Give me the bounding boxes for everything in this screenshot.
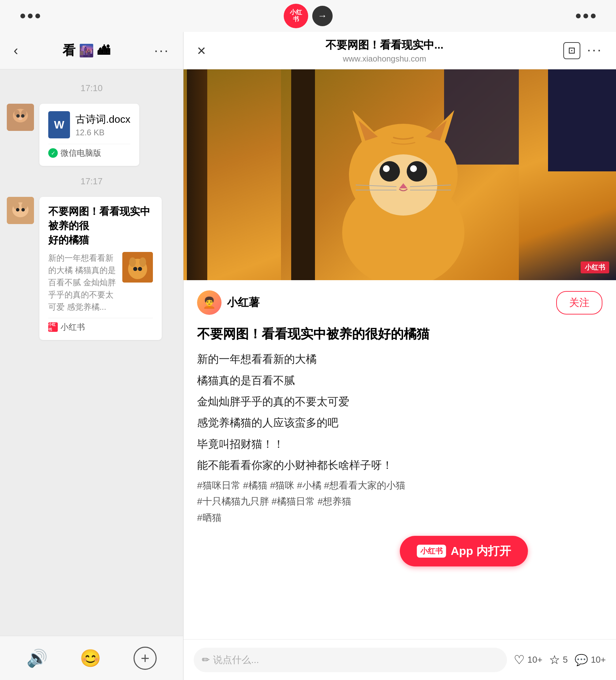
comment-placeholder: 说点什么...	[213, 653, 259, 666]
status-bar: 小红书 →	[0, 0, 616, 32]
chat-title-emoji2: 🏙	[98, 44, 110, 58]
link-desc: 新的一年想看看新的大橘 橘猫真的是百看不腻 金灿灿胖乎乎的真的不要太可爱 感觉养…	[48, 252, 118, 313]
article-title: 不要网图！看看现实中被养的很好的橘猫	[197, 325, 602, 343]
follow-button[interactable]: 关注	[556, 291, 602, 314]
dark-background	[548, 69, 616, 171]
timestamp-1710: 17:10	[7, 83, 176, 94]
file-info: W 古诗词.docx 12.6 KB	[48, 111, 130, 138]
svg-point-4	[16, 114, 20, 118]
timestamp-1717: 17:17	[7, 176, 176, 187]
edit-icon: ✏	[202, 654, 210, 665]
star-count: 5	[563, 654, 567, 665]
xhs-icon-label: 小红书	[290, 9, 302, 23]
signal-indicators	[20, 14, 40, 18]
cat-svg	[281, 69, 519, 280]
article-more-button[interactable]: ···	[587, 42, 602, 59]
article-content: 小红书 🧑‍🦱 小红薯 关注 不要网图！看看现实中被养的很好的橘猫	[183, 69, 616, 639]
author-avatar-emoji: 🧑‍🦱	[203, 296, 216, 309]
svg-point-16	[139, 257, 146, 267]
svg-point-32	[410, 165, 417, 172]
star-action[interactable]: ☆ 5	[549, 653, 567, 667]
file-source: ✓ 微信电脑版	[48, 148, 130, 158]
emoji-button[interactable]: 😊	[80, 648, 101, 668]
chat-title-emoji1: 🌆	[79, 44, 94, 58]
chat-more-button[interactable]: ···	[154, 43, 170, 58]
xiaohongshu-app-icon[interactable]: 小红书	[284, 4, 308, 28]
tags-line-2: #十只橘猫九只胖 #橘猫日常 #想养猫	[197, 493, 602, 510]
article-header-title: 不要网图！看看现实中...	[325, 38, 443, 53]
link-bubble[interactable]: 不要网图！看看现实中被养的很好的橘猫 新的一年想看看新的大橘 橘猫真的是百看不腻…	[39, 197, 162, 340]
sender-avatar-2	[7, 197, 34, 224]
article-bottom-bar: ✏ 说点什么... ♡ 10+ ☆ 5 💬 10+	[183, 639, 616, 680]
wechat-icon: ✓	[48, 148, 58, 158]
svg-rect-20	[291, 69, 315, 280]
comment-icon: 💬	[575, 653, 588, 666]
svg-point-17	[133, 267, 137, 271]
file-bubble[interactable]: W 古诗词.docx 12.6 KB ✓ 微信电脑版	[39, 104, 139, 166]
chat-messages: 17:10 W	[0, 69, 183, 636]
article-para-5: 毕竟叫招财猫！！	[197, 435, 602, 453]
article-cat-photo: 小红书	[183, 69, 616, 280]
file-text: 古诗词.docx 12.6 KB	[75, 113, 130, 137]
share-view-icon[interactable]: ⊡	[563, 42, 580, 59]
voice-button[interactable]: 🔊	[27, 648, 48, 668]
svg-point-31	[383, 165, 390, 172]
sender-avatar-1	[7, 104, 34, 131]
article-header-actions: ⊡ ···	[563, 42, 602, 59]
door-frame	[187, 69, 207, 280]
author-row: 🧑‍🦱 小红薯 关注	[197, 290, 602, 315]
svg-point-30	[407, 161, 427, 182]
chat-input-bar: 🔊 😊 +	[0, 636, 183, 680]
link-source-label: 小红书	[60, 322, 85, 333]
login-arrow: →	[318, 11, 327, 21]
article-para-4: 感觉养橘猫的人应该蛮多的吧	[197, 413, 602, 432]
article-para-2: 橘猫真的是百看不腻	[197, 371, 602, 390]
file-divider	[48, 144, 130, 144]
svg-point-18	[138, 267, 142, 271]
comment-count: 10+	[591, 654, 606, 665]
link-thumbnail	[122, 252, 153, 283]
svg-point-29	[380, 161, 400, 182]
article-para-1: 新的一年想看看新的大橘	[197, 350, 602, 368]
svg-point-15	[129, 257, 136, 267]
article-header-url: www.xiaohongshu.com	[325, 54, 443, 64]
heart-icon: ♡	[514, 653, 525, 667]
svg-point-12	[21, 208, 25, 211]
login-icon[interactable]: →	[312, 6, 333, 26]
main-panels: ‹ 看 🌆 🏙 ··· 17:10	[0, 32, 616, 680]
battery-dot-2	[583, 14, 588, 18]
tags-line-1: #猫咪日常 #橘猫 #猫咪 #小橘 #想看看大家的小猫	[197, 477, 602, 494]
article-para-6: 能不能看看你家的小财神都长啥样子呀！	[197, 456, 602, 474]
open-in-app-button[interactable]: 小红书 App 内打开	[400, 536, 528, 566]
file-message-row: W 古诗词.docx 12.6 KB ✓ 微信电脑版	[7, 104, 176, 166]
article-para-3: 金灿灿胖乎乎的真的不要太可爱	[197, 392, 602, 411]
author-name: 小红薯	[227, 295, 260, 310]
signal-dot-2	[28, 14, 33, 18]
article-header-info: 不要网图！看看现实中... www.xiaohongshu.com	[325, 38, 443, 64]
like-count: 10+	[527, 654, 542, 665]
link-divider	[48, 318, 153, 318]
chat-title: 看 🌆 🏙	[63, 42, 110, 59]
xhs-small-icon: 小红书	[48, 322, 58, 332]
signal-dot-3	[35, 14, 40, 18]
wechat-chat-panel: ‹ 看 🌆 🏙 ··· 17:10	[0, 32, 183, 680]
close-button[interactable]: ×	[197, 42, 206, 59]
author-info: 🧑‍🦱 小红薯	[197, 290, 260, 315]
article-tags: #猫咪日常 #橘猫 #猫咪 #小橘 #想看看大家的小猫 #十只橘猫九只胖 #橘猫…	[197, 477, 602, 526]
comment-action[interactable]: 💬 10+	[575, 653, 606, 666]
file-size: 12.6 KB	[75, 128, 130, 137]
link-body: 新的一年想看看新的大橘 橘猫真的是百看不腻 金灿灿胖乎乎的真的不要太可爱 感觉养…	[48, 252, 153, 313]
author-avatar[interactable]: 🧑‍🦱	[197, 290, 222, 315]
battery-dot-1	[576, 14, 581, 18]
file-name: 古诗词.docx	[75, 113, 130, 126]
like-action[interactable]: ♡ 10+	[514, 653, 542, 667]
article-text: 新的一年想看看新的大橘 橘猫真的是百看不腻 金灿灿胖乎乎的真的不要太可爱 感觉养…	[197, 350, 602, 474]
link-message-row: 不要网图！看看现实中被养的很好的橘猫 新的一年想看看新的大橘 橘猫真的是百看不腻…	[7, 197, 176, 340]
back-button[interactable]: ‹	[14, 43, 18, 58]
svg-rect-21	[444, 69, 519, 165]
xhs-watermark: 小红书	[581, 261, 609, 273]
open-app-xhs-label: 小红书	[417, 545, 446, 558]
add-button[interactable]: +	[134, 647, 157, 670]
link-source: 小红书 小红书	[48, 322, 153, 333]
comment-input[interactable]: ✏ 说点什么...	[194, 648, 507, 672]
